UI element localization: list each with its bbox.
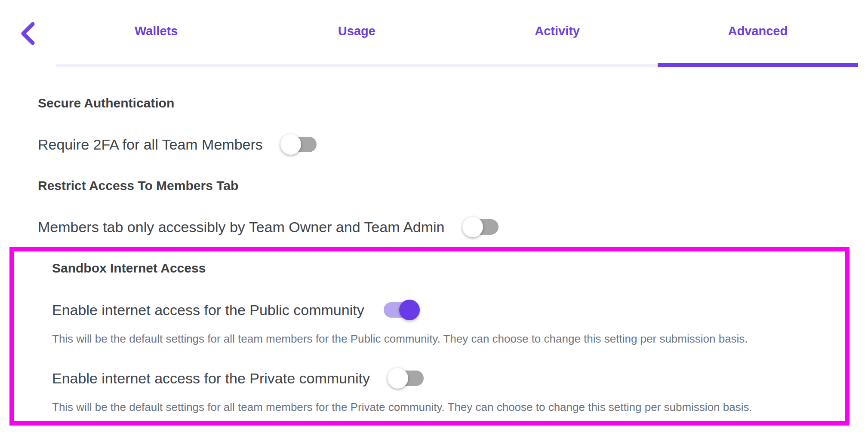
require-2fa-label: Require 2FA for all Team Members xyxy=(38,135,263,154)
restrict-access-heading: Restrict Access To Members Tab xyxy=(38,178,868,193)
sandbox-internet-access-heading: Sandbox Internet Access xyxy=(52,260,821,276)
tab-activity[interactable]: Activity xyxy=(457,0,658,67)
tab-usage[interactable]: Usage xyxy=(256,0,457,67)
public-internet-access-toggle[interactable] xyxy=(384,302,418,318)
public-internet-access-row: Enable internet access for the Public co… xyxy=(52,298,821,322)
tab-advanced[interactable]: Advanced xyxy=(658,0,858,67)
tab-wallets[interactable]: Wallets xyxy=(56,0,256,67)
require-2fa-toggle[interactable] xyxy=(282,137,317,152)
annotation-highlight-box: Sandbox Internet Access Enable internet … xyxy=(9,247,850,426)
members-tab-restriction-row: Members tab only accessibly by Team Owne… xyxy=(38,215,868,239)
require-2fa-row: Require 2FA for all Team Members xyxy=(38,132,868,156)
toggle-thumb xyxy=(462,217,483,237)
private-internet-access-toggle[interactable] xyxy=(389,371,424,386)
members-tab-restriction-toggle[interactable] xyxy=(464,219,499,235)
public-internet-access-description: This will be the default settings for al… xyxy=(52,331,821,346)
toggle-thumb xyxy=(280,134,301,155)
public-internet-access-label: Enable internet access for the Public co… xyxy=(52,300,364,319)
chevron-left-icon xyxy=(18,21,38,46)
private-internet-access-row: Enable internet access for the Private c… xyxy=(52,366,821,390)
tabs: Wallets Usage Activity Advanced xyxy=(56,0,858,67)
back-button[interactable] xyxy=(0,0,56,67)
private-internet-access-description: This will be the default settings for al… xyxy=(52,400,821,414)
secure-authentication-heading: Secure Authentication xyxy=(38,95,868,111)
toggle-thumb xyxy=(399,300,420,320)
tab-bar: Wallets Usage Activity Advanced xyxy=(0,0,868,67)
private-internet-access-label: Enable internet access for the Private c… xyxy=(52,369,370,388)
members-tab-restriction-label: Members tab only accessibly by Team Owne… xyxy=(38,218,445,236)
toggle-thumb xyxy=(388,368,408,389)
